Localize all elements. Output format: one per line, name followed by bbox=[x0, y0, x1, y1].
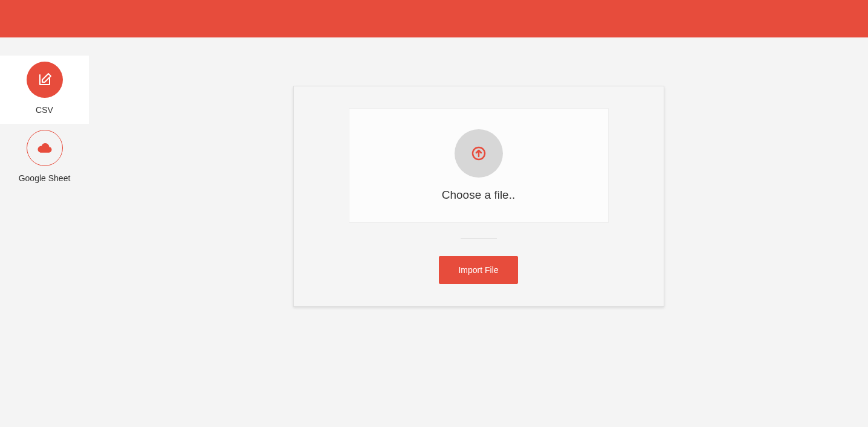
header-bar bbox=[0, 0, 868, 37]
choose-file-label: Choose a file.. bbox=[442, 188, 515, 202]
content-area: CSV Google Sheet Ch bbox=[0, 37, 868, 427]
sidebar: CSV Google Sheet bbox=[0, 37, 89, 427]
sidebar-item-label: CSV bbox=[36, 105, 53, 115]
sidebar-item-google-sheet[interactable]: Google Sheet bbox=[0, 124, 89, 192]
main-panel: Choose a file.. Import File bbox=[89, 37, 868, 427]
upload-arrow-icon bbox=[471, 146, 486, 161]
upload-icon-wrapper bbox=[455, 129, 503, 178]
file-dropzone[interactable]: Choose a file.. bbox=[349, 108, 609, 223]
sidebar-item-csv[interactable]: CSV bbox=[0, 56, 89, 124]
cloud-icon bbox=[27, 130, 63, 166]
sidebar-item-label: Google Sheet bbox=[19, 173, 71, 183]
upload-card: Choose a file.. Import File bbox=[293, 86, 664, 307]
import-file-button[interactable]: Import File bbox=[439, 256, 517, 284]
divider bbox=[461, 239, 497, 239]
edit-icon bbox=[27, 62, 63, 98]
